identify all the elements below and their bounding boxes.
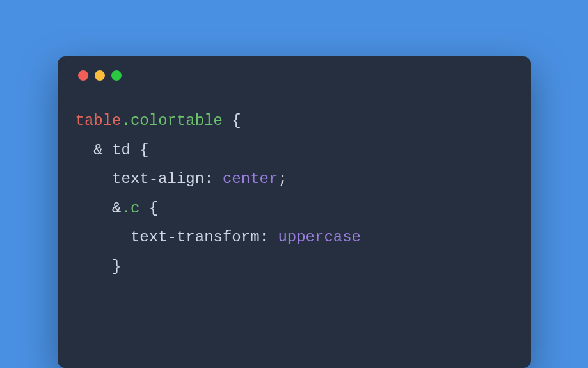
minimize-icon[interactable]	[95, 70, 105, 81]
code-token-punct: :	[204, 170, 223, 188]
code-token-value: uppercase	[278, 228, 361, 246]
code-token-class: .colortable	[122, 112, 223, 129]
code-token-brace: {	[131, 141, 149, 159]
code-token-punct: :	[260, 228, 278, 246]
code-token-punct: ;	[278, 170, 287, 188]
code-token-amp: &	[112, 200, 121, 217]
code-token-prop: text-transform	[131, 228, 260, 246]
code-line: & td {	[75, 136, 513, 165]
zoom-icon[interactable]	[111, 70, 122, 81]
code-line: }	[75, 252, 513, 282]
code-token-value: center	[223, 170, 278, 188]
code-token-class: .c	[122, 200, 140, 217]
close-icon[interactable]	[78, 70, 88, 81]
code-token-tag: table	[75, 112, 122, 129]
code-line: text-transform: uppercase	[75, 223, 513, 252]
code-token-brace: }	[112, 258, 121, 275]
code-token-elem: td	[112, 141, 131, 159]
code-line: table.colortable {	[75, 106, 513, 136]
code-token-brace: {	[223, 112, 241, 129]
code-token-prop: text-align	[112, 170, 204, 188]
code-block: table.colortable { & td { text-align: ce…	[75, 106, 513, 282]
code-line: text-align: center;	[75, 164, 513, 194]
window-traffic-lights	[75, 70, 513, 81]
code-line: &.c {	[75, 194, 513, 223]
code-token-amp: &	[93, 141, 102, 159]
code-editor-window: table.colortable { & td { text-align: ce…	[58, 56, 531, 368]
code-token-brace: {	[139, 200, 158, 217]
code-token-punct	[103, 141, 112, 159]
